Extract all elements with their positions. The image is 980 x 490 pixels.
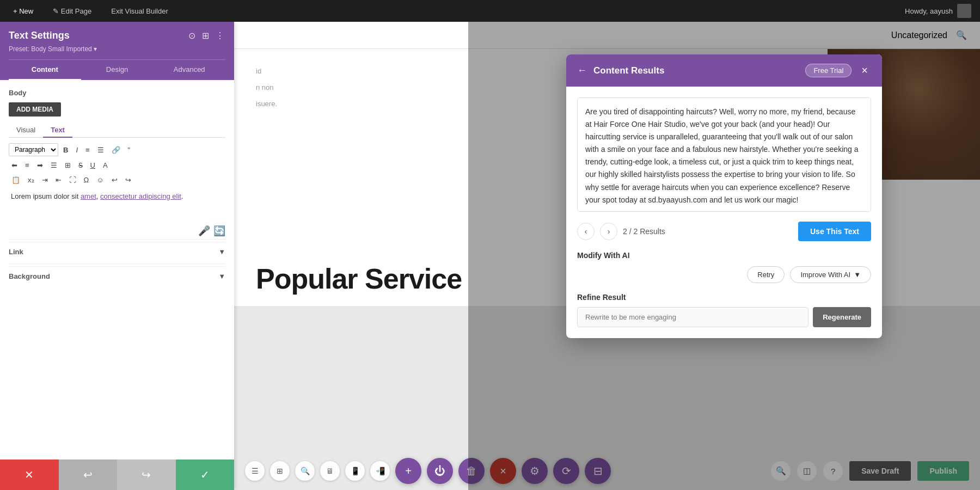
toolbar-add-button[interactable]: +: [395, 458, 421, 484]
new-button[interactable]: + New: [9, 5, 38, 17]
link-label: Link: [9, 248, 23, 256]
sidebar-title-row: Text Settings ⊙ ⊞ ⋮: [9, 29, 225, 42]
modal-header: ← Content Results Free Trial ×: [566, 54, 882, 87]
quote-btn[interactable]: ": [125, 144, 133, 156]
toolbar-search-button[interactable]: 🔍: [295, 461, 315, 481]
page-area: Uncategorized 🔍 View All id n non isuere…: [234, 22, 980, 490]
user-avatar: [957, 4, 971, 18]
bold-btn[interactable]: B: [60, 144, 71, 156]
toolbar-desktop-button[interactable]: 🖥: [320, 461, 340, 481]
special-chars-btn[interactable]: Ω: [81, 174, 92, 186]
refine-input[interactable]: [577, 307, 808, 327]
exit-visual-builder-button[interactable]: Exit Visual Builder: [107, 5, 173, 17]
paragraph-select[interactable]: Paragraph: [9, 143, 58, 156]
emoji-btn[interactable]: ☺: [94, 174, 106, 186]
add-media-button[interactable]: ADD MEDIA: [9, 102, 61, 117]
redo-button[interactable]: ↪: [117, 460, 176, 490]
align-center-btn[interactable]: ≡: [22, 160, 32, 171]
toolbar-grid-button[interactable]: ⊞: [270, 461, 290, 481]
undo-btn[interactable]: ↩: [109, 174, 120, 186]
free-trial-button[interactable]: Free Trial: [805, 64, 852, 77]
divider-1: [9, 239, 225, 240]
underline-btn[interactable]: U: [88, 160, 98, 171]
toolbar-row-3: 📋 x₂ ⇥ ⇤ ⛶ Ω ☺ ↩ ↪: [9, 174, 225, 186]
nav-prev-button[interactable]: ‹: [577, 223, 595, 240]
improve-ai-button[interactable]: Improve With AI ▼: [790, 266, 871, 283]
preset-label[interactable]: Preset: Body Small Imported ▾: [9, 45, 225, 53]
top-bar: + New ✎ Edit Page Exit Visual Builder Ho…: [0, 0, 980, 22]
sidebar-header-icons: ⊙ ⊞ ⋮: [187, 29, 225, 42]
subscript-btn[interactable]: x₂: [25, 174, 37, 186]
howdy-text: Howdy, aayush: [905, 7, 953, 15]
tab-advanced[interactable]: Advanced: [153, 60, 225, 80]
font-color-btn[interactable]: A: [100, 160, 111, 171]
modal-close-button[interactable]: ×: [858, 63, 871, 78]
modal-title: Content Results: [593, 65, 799, 76]
ol-btn[interactable]: ☰: [95, 144, 107, 156]
editor-tab-visual[interactable]: Visual: [9, 123, 43, 137]
align-justify-btn[interactable]: ☰: [48, 160, 60, 171]
fullscreen-btn[interactable]: ⛶: [66, 174, 79, 186]
confirm-button[interactable]: ✓: [176, 460, 235, 490]
modal-body: Are you tired of disappointing haircuts?…: [566, 87, 882, 338]
link-btn[interactable]: 🔗: [109, 144, 123, 156]
edit-page-button[interactable]: ✎ Edit Page: [48, 5, 96, 17]
regenerate-button[interactable]: Regenerate: [813, 307, 871, 327]
tab-content[interactable]: Content: [9, 60, 81, 80]
paste-btn[interactable]: 📋: [9, 174, 23, 186]
toolbar-menu-button[interactable]: ☰: [245, 461, 265, 481]
redo-btn[interactable]: ↪: [122, 174, 134, 186]
cancel-button[interactable]: ✕: [0, 460, 59, 490]
align-left-btn[interactable]: ⬅: [9, 160, 20, 171]
table-btn[interactable]: ⊞: [62, 160, 74, 171]
italic-btn[interactable]: I: [73, 144, 81, 156]
divider-2: [9, 264, 225, 264]
content-textarea[interactable]: Are you tired of disappointing haircuts?…: [577, 97, 871, 212]
modal-back-button[interactable]: ←: [577, 65, 587, 76]
retry-button[interactable]: Retry: [747, 266, 785, 283]
top-bar-right: Howdy, aayush: [905, 4, 971, 18]
main-area: Text Settings ⊙ ⊞ ⋮ Preset: Body Small I…: [0, 22, 980, 490]
toolbar-power-button[interactable]: ⏻: [427, 458, 453, 484]
body-section-label: Body: [9, 89, 225, 97]
editor-tab-text[interactable]: Text: [43, 123, 72, 138]
modify-btns: Retry Improve With AI ▼: [577, 266, 871, 283]
nav-count: 2 / 2 Results: [623, 227, 793, 236]
text-settings-sidebar: Text Settings ⊙ ⊞ ⋮ Preset: Body Small I…: [0, 22, 234, 490]
improve-chevron-icon: ▼: [854, 271, 861, 279]
modify-ai-title: Modify With AI: [577, 251, 871, 260]
strikethrough-btn[interactable]: S̶: [76, 160, 85, 171]
refine-result-title: Refine Result: [577, 293, 871, 302]
mic-icon[interactable]: 🎤: [198, 225, 210, 237]
undo-button[interactable]: ↩: [59, 460, 118, 490]
sidebar-body: Body ADD MEDIA Visual Text Paragraph B I…: [0, 80, 234, 460]
indent-btn[interactable]: ⇥: [39, 174, 51, 186]
ai-icon[interactable]: 🔄: [213, 225, 225, 237]
split-view-icon[interactable]: ⊞: [201, 29, 210, 42]
tab-design[interactable]: Design: [81, 60, 154, 80]
nav-next-button[interactable]: ›: [600, 223, 617, 240]
use-this-text-button[interactable]: Use This Text: [798, 222, 871, 241]
editor-content[interactable]: Lorem ipsum dolor sit amet, consectetur …: [9, 189, 225, 222]
sidebar-header: Text Settings ⊙ ⊞ ⋮ Preset: Body Small I…: [0, 22, 234, 80]
toolbar-row-1: Paragraph B I ≡ ☰ 🔗 ": [9, 143, 225, 156]
background-expand-row[interactable]: Background ▼: [9, 266, 225, 286]
toolbar-tablet-button[interactable]: 📱: [345, 461, 365, 481]
outdent-btn[interactable]: ⇤: [53, 174, 64, 186]
improve-ai-label: Improve With AI: [800, 271, 850, 279]
background-label: Background: [9, 272, 50, 280]
content-results-modal: ← Content Results Free Trial × Are you t…: [566, 54, 882, 338]
link-expand-row[interactable]: Link ▼: [9, 242, 225, 261]
more-options-icon[interactable]: ⋮: [215, 29, 225, 42]
target-icon[interactable]: ⊙: [187, 29, 197, 42]
sidebar-bottom-actions: ✕ ↩ ↪ ✓: [0, 460, 234, 490]
align-right-btn[interactable]: ➡: [34, 160, 46, 171]
sidebar-title: Text Settings: [9, 30, 70, 41]
toolbar-mobile-button[interactable]: 📲: [370, 461, 390, 481]
sidebar-tabs: Content Design Advanced: [9, 59, 225, 80]
ul-btn[interactable]: ≡: [83, 144, 93, 156]
background-chevron-icon: ▼: [218, 272, 225, 280]
toolbar-row-2: ⬅ ≡ ➡ ☰ ⊞ S̶ U A: [9, 160, 225, 171]
modal-overlay: ← Content Results Free Trial × Are you t…: [468, 22, 980, 490]
refine-row: Regenerate: [577, 307, 871, 327]
